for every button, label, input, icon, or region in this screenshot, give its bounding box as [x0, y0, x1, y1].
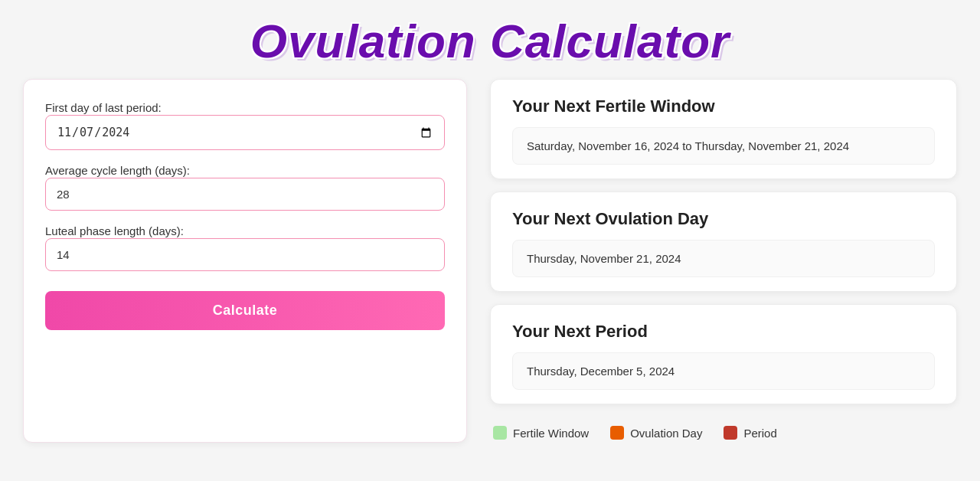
ovulation-day-legend-label: Ovulation Day — [630, 427, 702, 440]
cycle-field-group: Average cycle length (days): — [45, 164, 445, 211]
next-period-value: Thursday, December 5, 2024 — [512, 352, 935, 390]
right-panel: Your Next Fertile Window Saturday, Novem… — [490, 79, 957, 443]
fertile-window-legend-label: Fertile Window — [513, 427, 589, 440]
fertile-window-color-dot — [493, 426, 507, 440]
period-label: First day of last period: — [45, 101, 162, 114]
fertile-window-section: Your Next Fertile Window Saturday, Novem… — [490, 79, 957, 179]
period-color-dot — [724, 426, 737, 440]
luteal-field-group: Luteal phase length (days): — [45, 224, 445, 271]
period-date-input[interactable] — [45, 115, 445, 150]
legend-ovulation: Ovulation Day — [610, 426, 702, 440]
luteal-length-input[interactable] — [45, 238, 445, 271]
cycle-length-input[interactable] — [45, 178, 445, 211]
cycle-label: Average cycle length (days): — [45, 164, 190, 177]
ovulation-day-color-dot — [610, 426, 624, 440]
ovulation-day-value: Thursday, November 21, 2024 — [512, 240, 935, 277]
legend-period: Period — [724, 426, 776, 440]
next-period-section: Your Next Period Thursday, December 5, 2… — [490, 304, 957, 404]
legend-fertile: Fertile Window — [493, 426, 589, 440]
title-container: Ovulation Calculator — [0, 0, 980, 76]
left-panel: First day of last period: Average cycle … — [23, 79, 467, 443]
calculate-button[interactable]: Calculate — [45, 291, 445, 330]
fertile-window-title: Your Next Fertile Window — [512, 97, 935, 116]
period-field-group: First day of last period: — [45, 101, 445, 150]
main-content: First day of last period: Average cycle … — [0, 79, 980, 443]
ovulation-day-section: Your Next Ovulation Day Thursday, Novemb… — [490, 191, 957, 292]
next-period-title: Your Next Period — [512, 322, 935, 342]
page-title: Ovulation Calculator — [250, 14, 730, 68]
period-legend-label: Period — [743, 427, 776, 440]
legend-bar: Fertile Window Ovulation Day Period — [490, 417, 957, 443]
page-wrapper: Ovulation Calculator First day of last p… — [0, 0, 980, 481]
luteal-label: Luteal phase length (days): — [45, 224, 184, 237]
ovulation-day-title: Your Next Ovulation Day — [512, 209, 935, 229]
fertile-window-value: Saturday, November 16, 2024 to Thursday,… — [512, 127, 935, 165]
